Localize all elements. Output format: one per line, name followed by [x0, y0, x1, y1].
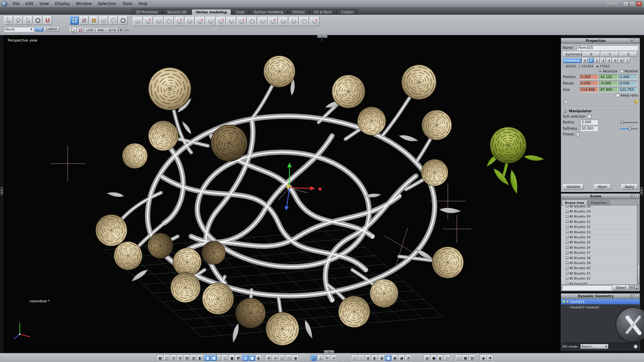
symmetry-y-button[interactable]: Y: [601, 52, 619, 57]
trackball-icon[interactable]: [563, 99, 569, 105]
layout-quad-icon[interactable]: ⊞: [177, 355, 183, 361]
scene-tree-item[interactable]: Bluette 32: [561, 225, 640, 230]
ghost-off-icon[interactable]: ▢: [455, 355, 462, 361]
scene-tree-item[interactable]: Bluette 35: [561, 240, 640, 245]
triangulate-icon[interactable]: [278, 17, 288, 26]
sweep-surface-icon[interactable]: [206, 17, 215, 26]
weld-icon[interactable]: [154, 17, 163, 26]
menu-window[interactable]: Window: [73, 1, 95, 6]
smooth-shade-mode-icon[interactable]: ◍: [242, 355, 249, 361]
softness-input[interactable]: [580, 126, 598, 131]
normals-display-icon[interactable]: ◍: [424, 355, 430, 361]
validate-button[interactable]: Validate: [563, 184, 584, 190]
left-panel-collapse-handle[interactable]: ◀◀: [0, 187, 3, 195]
shade-none-icon[interactable]: ○: [352, 355, 358, 361]
shrink-selection-icon[interactable]: ⊖: [124, 28, 129, 33]
scene-tree-item[interactable]: Bluette 38: [561, 255, 640, 260]
layout-left-split-icon[interactable]: ◧: [197, 355, 204, 361]
visibility-icon[interactable]: [570, 272, 573, 275]
visibility-icon[interactable]: [570, 277, 573, 280]
select-arrow-icon[interactable]: [4, 16, 13, 25]
smoothing-level-1[interactable]: 1: [588, 58, 594, 63]
menu-tools[interactable]: Tools: [119, 1, 136, 6]
shade-material-icon[interactable]: ◕: [398, 355, 405, 361]
scene-tree-item[interactable]: Bluette 39: [561, 260, 640, 265]
properties-panel-titlebar[interactable]: Properties ▼ ✕: [561, 38, 640, 44]
visibility-icon[interactable]: [570, 267, 573, 269]
soft-selection-icon[interactable]: [109, 16, 118, 25]
dissociate-icon[interactable]: [143, 17, 153, 26]
scene-tree-item[interactable]: Bluette 30: [561, 214, 640, 219]
apply-button[interactable]: Apply: [621, 184, 638, 190]
scene-scrollbar[interactable]: [637, 205, 640, 284]
select-points-icon[interactable]: [70, 16, 79, 25]
scene-tree-item[interactable]: Bluette 29: [561, 209, 640, 214]
loop-select-button[interactable]: LOOP: [85, 28, 95, 33]
menu-view[interactable]: View: [36, 1, 52, 6]
scene-filter-input[interactable]: [562, 285, 612, 290]
collapse-panel-icon[interactable]: ▼: [630, 39, 634, 43]
position-y-input[interactable]: [599, 74, 618, 79]
close-panel-icon[interactable]: ✕: [635, 194, 639, 198]
visibility-icon[interactable]: [570, 210, 573, 213]
tessellate-icon[interactable]: [133, 17, 143, 26]
tab-uv-paint[interactable]: UV & Paint: [310, 9, 336, 15]
layout-three-side-icon[interactable]: ▥: [191, 355, 197, 361]
scene-tree-list[interactable]: Bluette 28 Bluette 29 Bluette 30 Bluette…: [561, 205, 640, 284]
bottom-collapse-handle[interactable]: ▼: [324, 350, 334, 353]
select-boundary-icon[interactable]: [118, 16, 127, 25]
tab-lines[interactable]: Lines: [231, 9, 249, 15]
menu-edit[interactable]: Edit: [22, 1, 36, 6]
visibility-icon[interactable]: [570, 236, 573, 238]
close-button[interactable]: ✕: [636, 1, 642, 6]
extract-icon[interactable]: [174, 17, 184, 26]
symmetry-z-button[interactable]: Z: [620, 52, 637, 57]
rotate-y-input[interactable]: [599, 81, 618, 86]
scene-tree-item[interactable]: Bluette 28: [561, 205, 640, 209]
average-weld-icon[interactable]: [164, 17, 174, 26]
tab-second-life[interactable]: Second Life: [163, 9, 191, 15]
shade-dots-icon[interactable]: ◌: [358, 355, 365, 361]
smoothing-level-3[interactable]: 3: [600, 58, 606, 63]
shadow-display-icon[interactable]: ◐: [437, 355, 444, 361]
rotate-x-input[interactable]: [580, 81, 598, 86]
symmetry-x-button[interactable]: X: [582, 52, 600, 57]
collapse-panel-icon[interactable]: ▼: [630, 294, 634, 298]
relative-radio[interactable]: [620, 70, 624, 73]
scene-tree-item[interactable]: Bluette 33: [561, 230, 640, 235]
select-object-icon[interactable]: [99, 16, 108, 25]
tab-3d-primitives[interactable]: 3D Primitives: [131, 9, 162, 15]
menu-file[interactable]: File: [10, 1, 22, 6]
smoothing-level-7[interactable]: 7: [625, 58, 630, 63]
tab-custom[interactable]: Custom: [336, 9, 358, 15]
wireframe-mode-icon[interactable]: ◻: [222, 355, 228, 361]
tab-surface-modeling[interactable]: Surface modeling: [249, 9, 287, 15]
visibility-icon[interactable]: [570, 226, 573, 228]
scene-tree-item[interactable]: Bluette 40: [561, 266, 640, 271]
shade-wire-icon[interactable]: ◍: [365, 355, 371, 361]
layout-right-split-icon[interactable]: ◨: [204, 355, 210, 361]
close-opening-icon[interactable]: [258, 17, 267, 26]
tab-scene-properties[interactable]: Properties: [588, 200, 610, 205]
tab-scene-tree[interactable]: Scene tree: [562, 200, 587, 205]
visibility-icon[interactable]: [570, 205, 573, 207]
scroll-up-icon[interactable]: ▲: [635, 286, 639, 290]
universal-manipulator-icon[interactable]: [317, 355, 324, 361]
layout-two-vertical-icon[interactable]: ◫: [164, 355, 170, 361]
axis-lock-icon[interactable]: [634, 99, 639, 104]
visibility-icon[interactable]: [570, 262, 573, 264]
scene-tree-item[interactable]: Bluette 31: [561, 219, 640, 224]
dg-node-form315[interactable]: Form315: [561, 299, 640, 304]
xyz-axes-button[interactable]: XYZ: [35, 27, 44, 32]
visibility-icon[interactable]: [570, 215, 573, 218]
scene-tree-item[interactable]: Bluette 36: [561, 245, 640, 250]
select-through-icon[interactable]: [77, 27, 84, 33]
menu-selection[interactable]: Selection: [95, 1, 119, 6]
radius-input[interactable]: [580, 120, 598, 125]
visibility-icon[interactable]: [570, 241, 573, 243]
world-space-select[interactable]: World▼: [4, 27, 34, 32]
chamfer-icon[interactable]: [226, 17, 236, 26]
select-button[interactable]: Select: [613, 285, 629, 290]
position-z-input[interactable]: [619, 74, 637, 79]
select-edges-icon[interactable]: [79, 16, 89, 25]
